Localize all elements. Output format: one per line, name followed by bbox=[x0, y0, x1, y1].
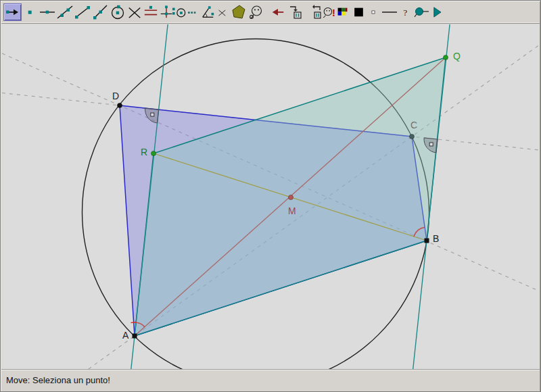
back-arrow-icon[interactable] bbox=[270, 4, 285, 20]
point-label-R: R bbox=[141, 147, 147, 157]
hide-dots-icon[interactable] bbox=[188, 4, 199, 20]
point-Q[interactable] bbox=[443, 55, 448, 59]
svg-text:!: ! bbox=[332, 7, 335, 18]
delete-objects-icon[interactable] bbox=[288, 4, 304, 20]
point-label-B: B bbox=[433, 233, 439, 244]
point-label-A: A bbox=[122, 330, 129, 341]
car-geometry-window: !? ABCDQRM Move: Seleziona un punto! bbox=[0, 0, 541, 392]
angle-tick-at-A bbox=[131, 322, 137, 323]
ray-icon[interactable] bbox=[92, 4, 108, 20]
polygon-icon[interactable] bbox=[231, 4, 247, 20]
show-hidden-icon[interactable]: ! bbox=[323, 4, 337, 20]
status-bar: Move: Seleziona un punto! bbox=[1, 369, 540, 391]
help-icon[interactable]: ? bbox=[400, 4, 412, 20]
point-C[interactable] bbox=[409, 134, 414, 139]
drawing-canvas[interactable]: ABCDQRM bbox=[2, 24, 540, 369]
svg-text:?: ? bbox=[403, 7, 407, 18]
point-label-M: M bbox=[288, 205, 296, 216]
point-label-Q: Q bbox=[453, 51, 461, 62]
construction-svg: ABCDQRM bbox=[2, 24, 540, 369]
point-M[interactable] bbox=[288, 195, 293, 199]
thin-line-icon[interactable] bbox=[381, 4, 398, 20]
color-palette-icon[interactable] bbox=[337, 4, 350, 20]
point-label-D: D bbox=[112, 91, 119, 101]
move-icon[interactable] bbox=[3, 3, 22, 21]
perpendicular-icon[interactable] bbox=[160, 4, 173, 20]
fixed-circle-icon[interactable] bbox=[172, 4, 187, 20]
black-square-icon[interactable] bbox=[352, 4, 365, 20]
circle-icon[interactable] bbox=[110, 4, 126, 20]
line-point-icon[interactable] bbox=[39, 4, 55, 20]
line-icon[interactable] bbox=[57, 4, 73, 20]
play-macro-icon[interactable] bbox=[431, 4, 444, 20]
animate-icon[interactable] bbox=[413, 4, 429, 20]
small-square-icon[interactable] bbox=[369, 4, 378, 20]
intersection-icon[interactable] bbox=[127, 4, 142, 20]
angle-icon[interactable] bbox=[200, 4, 215, 20]
segment-icon[interactable] bbox=[74, 4, 91, 20]
point-D[interactable] bbox=[117, 103, 122, 107]
right-angle-foot-left-square bbox=[151, 113, 154, 116]
right-angle-foot-right-square bbox=[429, 143, 433, 146]
object-properties-icon[interactable] bbox=[248, 4, 264, 20]
point-R[interactable] bbox=[151, 151, 156, 155]
point-label-C: C bbox=[410, 120, 417, 130]
parallel-icon[interactable] bbox=[143, 4, 158, 20]
point-B[interactable] bbox=[425, 239, 429, 243]
point-icon[interactable] bbox=[22, 4, 38, 20]
toolbar: !? bbox=[1, 1, 540, 24]
point-A[interactable] bbox=[133, 334, 137, 339]
delete-x-icon[interactable] bbox=[216, 4, 228, 20]
status-text: Move: Seleziona un punto! bbox=[6, 370, 110, 391]
restore-objects-icon[interactable] bbox=[306, 4, 323, 20]
